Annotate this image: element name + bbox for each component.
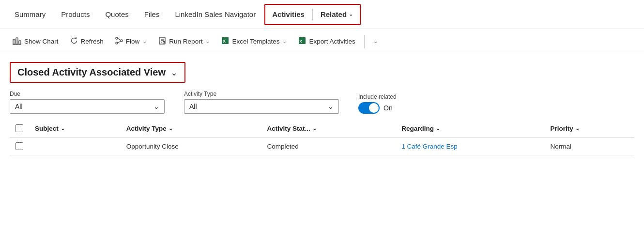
due-filter-label: Due xyxy=(10,91,165,97)
activity-type-filter-label: Activity Type xyxy=(184,91,339,97)
export-activities-button[interactable]: X Export Activities xyxy=(293,34,360,49)
table-container: Subject ⌄ Activity Type ⌄ Activity Stat.… xyxy=(0,120,644,155)
due-filter-group: Due All ⌄ xyxy=(10,91,165,114)
due-filter-chevron-icon: ⌄ xyxy=(153,103,159,110)
th-subject[interactable]: Subject ⌄ xyxy=(29,120,121,137)
activities-table: Subject ⌄ Activity Type ⌄ Activity Stat.… xyxy=(10,120,634,155)
refresh-icon xyxy=(70,37,78,46)
due-filter-select[interactable]: All ⌄ xyxy=(10,99,165,114)
include-related-group: Include related On xyxy=(358,93,397,114)
excel-icon: X xyxy=(221,37,229,46)
regarding-link[interactable]: 1 Café Grande Esp xyxy=(401,143,458,150)
view-title-chevron-icon: ⌄ xyxy=(170,67,178,78)
tab-quotes[interactable]: Quotes xyxy=(98,0,135,29)
tab-related[interactable]: Related ⌄ xyxy=(314,5,360,24)
svg-text:X: X xyxy=(223,39,226,44)
th-activity-status[interactable]: Activity Stat... ⌄ xyxy=(261,120,396,137)
tab-linkedin[interactable]: LinkedIn Sales Navigator xyxy=(168,0,262,29)
view-title-selector[interactable]: Closed Activity Associated View ⌄ xyxy=(10,62,185,83)
report-icon xyxy=(158,37,166,46)
select-all-checkbox[interactable] xyxy=(15,124,23,132)
top-navigation: Summary Products Quotes Files LinkedIn S… xyxy=(0,0,644,29)
activity-type-filter-select[interactable]: All ⌄ xyxy=(184,99,339,114)
excel-templates-label: Excel Templates xyxy=(232,38,279,45)
excel-templates-chevron-icon: ⌄ xyxy=(282,38,287,45)
export-activities-label: Export Activities xyxy=(309,38,355,45)
toolbar: Show Chart Refresh Flow ⌄ xyxy=(0,29,644,54)
priority-sort-icon: ⌄ xyxy=(575,125,580,132)
th-activity-type[interactable]: Activity Type ⌄ xyxy=(121,120,261,137)
active-tab-group: Activities Related ⌄ xyxy=(264,4,361,25)
th-checkbox xyxy=(10,120,29,137)
svg-rect-2 xyxy=(19,41,21,44)
svg-rect-1 xyxy=(16,38,18,44)
more-options-button[interactable]: ⌄ xyxy=(368,35,383,47)
row-checkbox[interactable] xyxy=(15,142,23,150)
run-report-button[interactable]: Run Report ⌄ xyxy=(153,34,215,49)
row-checkbox-cell xyxy=(10,137,29,155)
show-chart-button[interactable]: Show Chart xyxy=(8,33,63,50)
chart-icon xyxy=(13,36,21,47)
tab-activities[interactable]: Activities xyxy=(265,5,311,24)
flow-button[interactable]: Flow ⌄ xyxy=(110,34,152,49)
run-report-chevron-icon: ⌄ xyxy=(205,38,210,45)
activity-type-filter-group: Activity Type All ⌄ xyxy=(184,91,339,114)
toggle-knob xyxy=(369,103,379,113)
svg-rect-0 xyxy=(13,39,15,44)
toolbar-separator xyxy=(364,35,365,48)
svg-text:X: X xyxy=(300,39,303,44)
refresh-button[interactable]: Refresh xyxy=(65,34,108,49)
view-title-text: Closed Activity Associated View xyxy=(17,67,166,78)
row-activity-type: Opportunity Close xyxy=(121,137,261,155)
flow-chevron-icon: ⌄ xyxy=(142,38,147,45)
row-priority: Normal xyxy=(545,137,635,155)
table-row: Opportunity Close Completed 1 Café Grand… xyxy=(10,137,634,155)
tab-products[interactable]: Products xyxy=(54,0,96,29)
activity-type-chevron-icon: ⌄ xyxy=(328,103,334,110)
th-priority[interactable]: Priority ⌄ xyxy=(545,120,635,137)
flow-label: Flow xyxy=(126,38,140,45)
view-title-bar: Closed Activity Associated View ⌄ xyxy=(0,54,644,87)
tab-summary[interactable]: Summary xyxy=(8,0,52,29)
due-filter-value: All xyxy=(15,103,23,110)
activity-status-sort-icon: ⌄ xyxy=(312,125,317,132)
table-header-row: Subject ⌄ Activity Type ⌄ Activity Stat.… xyxy=(10,120,634,137)
export-icon: X xyxy=(298,37,306,46)
flow-icon xyxy=(115,37,123,46)
tab-group-separator xyxy=(312,9,313,20)
excel-templates-button[interactable]: X Excel Templates ⌄ xyxy=(216,34,291,49)
svg-line-8 xyxy=(118,41,121,43)
svg-point-4 xyxy=(116,37,118,39)
include-related-toggle[interactable] xyxy=(358,102,380,114)
svg-point-5 xyxy=(121,40,123,42)
row-regarding[interactable]: 1 Café Grande Esp xyxy=(396,137,544,155)
include-related-row: On xyxy=(358,102,397,114)
include-related-value: On xyxy=(383,104,393,112)
tab-files[interactable]: Files xyxy=(138,0,167,29)
show-chart-label: Show Chart xyxy=(24,38,59,45)
more-options-chevron-icon: ⌄ xyxy=(373,38,378,45)
svg-line-7 xyxy=(118,38,121,40)
filters-row: Due All ⌄ Activity Type All ⌄ Include re… xyxy=(0,87,644,120)
regarding-sort-icon: ⌄ xyxy=(436,125,440,132)
activity-type-sort-icon: ⌄ xyxy=(169,125,173,132)
related-chevron-icon: ⌄ xyxy=(349,11,353,17)
row-activity-status: Completed xyxy=(261,137,396,155)
refresh-label: Refresh xyxy=(81,38,104,45)
subject-sort-icon: ⌄ xyxy=(61,125,65,132)
row-subject xyxy=(29,137,121,155)
activity-type-filter-value: All xyxy=(189,103,197,110)
run-report-label: Run Report xyxy=(169,38,202,45)
th-regarding[interactable]: Regarding ⌄ xyxy=(396,120,544,137)
include-related-label: Include related xyxy=(358,93,397,100)
svg-point-6 xyxy=(116,42,118,44)
